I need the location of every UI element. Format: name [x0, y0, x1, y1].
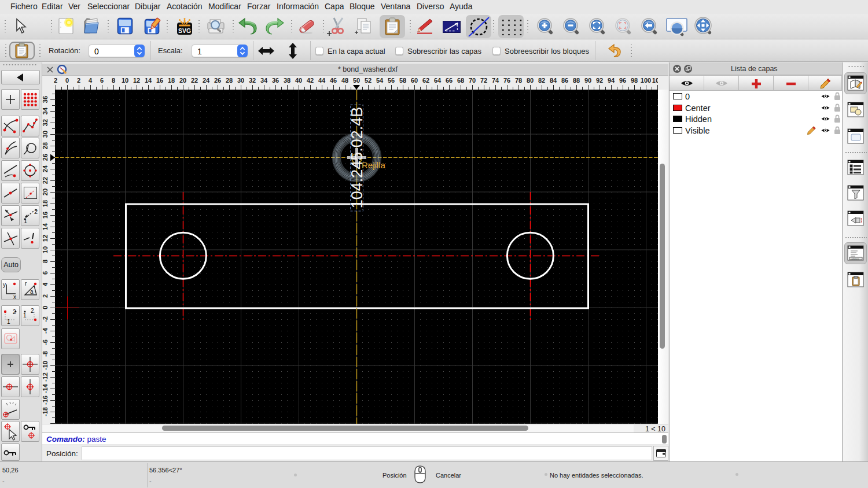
svg-text:50: 50: [353, 77, 360, 84]
svg-text:8: 8: [112, 77, 115, 84]
svg-text:14: 14: [145, 77, 152, 84]
svg-text:-12: -12: [42, 372, 49, 382]
svg-text:1: 1: [7, 319, 10, 325]
svg-text:18: 18: [168, 77, 175, 84]
svg-text:32: 32: [249, 77, 256, 84]
svg-text:86: 86: [561, 77, 568, 84]
svg-text:102: 102: [652, 77, 658, 84]
svg-text:-16: -16: [42, 395, 49, 405]
svg-text:58: 58: [399, 77, 406, 84]
svg-text:x: x: [13, 294, 16, 300]
svg-text:56: 56: [388, 77, 395, 84]
svg-text:Rejilla: Rejilla: [362, 160, 386, 170]
svg-text:2: 2: [42, 294, 49, 298]
svg-text:82: 82: [538, 77, 545, 84]
svg-text:34: 34: [260, 77, 268, 84]
svg-text:34: 34: [42, 107, 49, 114]
svg-text:SVG: SVG: [178, 27, 191, 34]
svg-text:-8: -8: [42, 351, 49, 357]
svg-text:90: 90: [584, 77, 591, 84]
svg-text:a: a: [30, 289, 34, 295]
svg-text:66: 66: [446, 77, 453, 84]
svg-text:-6: -6: [42, 339, 49, 345]
svg-text:28: 28: [42, 142, 49, 149]
svg-text:10: 10: [42, 246, 49, 253]
svg-text:80: 80: [527, 77, 534, 84]
svg-text:22: 22: [191, 77, 198, 84]
svg-text:96: 96: [619, 77, 626, 84]
svg-text:2: 2: [13, 309, 16, 315]
svg-text:92: 92: [596, 77, 603, 84]
svg-text:-10: -10: [42, 361, 49, 370]
svg-text:64: 64: [434, 77, 442, 84]
svg-text:8: 8: [42, 260, 49, 263]
svg-text:0: 0: [42, 306, 49, 309]
svg-text:12: 12: [133, 77, 140, 84]
svg-text:14: 14: [42, 223, 49, 230]
svg-text:38: 38: [284, 77, 290, 84]
svg-text:-14: -14: [42, 383, 49, 393]
svg-text:1: 1: [23, 312, 27, 319]
svg-text:r: r: [25, 280, 27, 287]
svg-text:76: 76: [503, 77, 510, 84]
svg-text:62: 62: [422, 77, 429, 84]
svg-text:18: 18: [42, 200, 49, 207]
svg-text:32: 32: [42, 119, 49, 126]
svg-text:26: 26: [214, 77, 221, 84]
svg-text:52: 52: [365, 77, 372, 84]
svg-text:20: 20: [42, 188, 49, 195]
svg-text:40: 40: [295, 77, 302, 84]
svg-text:48: 48: [341, 77, 348, 84]
svg-text:78: 78: [515, 77, 522, 84]
svg-text:16: 16: [156, 77, 163, 84]
svg-text:28: 28: [226, 77, 233, 84]
svg-text:0: 0: [65, 77, 69, 84]
svg-text:22: 22: [42, 177, 49, 184]
svg-text:-4: -4: [42, 327, 49, 334]
svg-text:6: 6: [42, 271, 49, 275]
svg-text:16: 16: [42, 212, 49, 219]
svg-text:68: 68: [457, 77, 464, 84]
svg-text:54: 54: [376, 77, 384, 84]
svg-text:2: 2: [31, 308, 34, 314]
svg-text:24: 24: [42, 165, 49, 172]
svg-text:4: 4: [89, 77, 93, 84]
svg-text:46: 46: [330, 77, 337, 84]
svg-text:26: 26: [42, 154, 49, 161]
svg-text:88: 88: [573, 77, 580, 84]
svg-text:74: 74: [492, 77, 499, 84]
svg-text:36: 36: [272, 77, 279, 84]
svg-text:98: 98: [631, 77, 638, 84]
svg-text:100: 100: [641, 77, 651, 84]
svg-text:42: 42: [307, 77, 314, 84]
svg-text:2: 2: [77, 77, 80, 84]
svg-text:1: 1: [24, 217, 27, 224]
svg-text:12: 12: [42, 235, 49, 242]
svg-text:72: 72: [480, 77, 487, 84]
svg-text:y: y: [3, 282, 6, 288]
svg-text:104.245.02.4B: 104.245.02.4B: [348, 107, 366, 209]
svg-text:70: 70: [469, 77, 476, 84]
svg-text:44: 44: [318, 77, 326, 84]
svg-text:-18: -18: [42, 407, 49, 416]
svg-text:comment: comment: [851, 258, 859, 260]
svg-text:30: 30: [42, 131, 49, 138]
svg-text:84: 84: [550, 77, 557, 84]
svg-text:10: 10: [122, 77, 128, 84]
svg-text:6: 6: [100, 77, 104, 84]
svg-text:20: 20: [179, 77, 186, 84]
svg-text:-2: -2: [42, 316, 49, 322]
svg-text:60: 60: [411, 77, 418, 84]
svg-text:30: 30: [237, 77, 244, 84]
svg-text:4: 4: [42, 282, 49, 286]
svg-text:24: 24: [203, 77, 210, 84]
svg-text:2: 2: [54, 77, 57, 84]
svg-text:94: 94: [608, 77, 615, 84]
svg-text:36: 36: [42, 96, 49, 103]
